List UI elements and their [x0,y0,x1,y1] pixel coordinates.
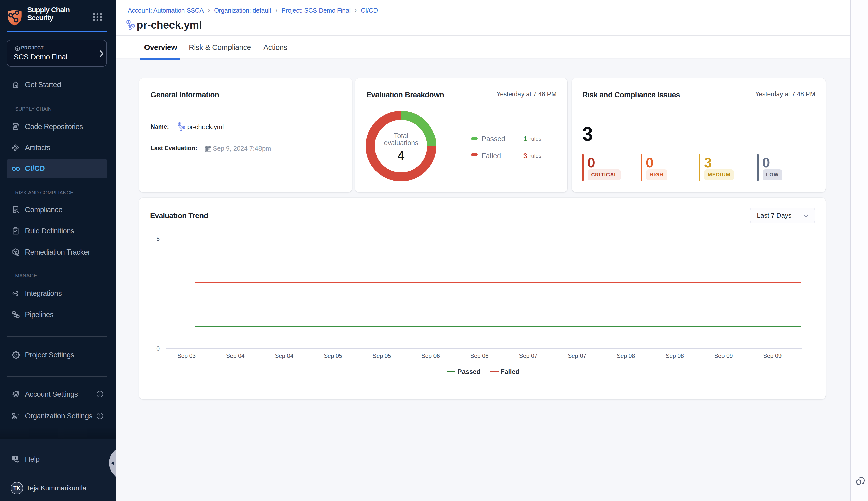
svg-text:Sep 08: Sep 08 [665,353,684,359]
svg-text:Sep 07: Sep 07 [568,353,586,359]
svg-text:Passed: Passed [457,368,480,375]
svg-text:Sep 06: Sep 06 [421,353,440,359]
svg-text:Sep 03: Sep 03 [177,353,196,359]
svg-text:Failed: Failed [500,368,519,375]
svg-text:0: 0 [156,345,159,352]
svg-text:Sep 04: Sep 04 [226,353,244,359]
svg-text:5: 5 [156,236,159,242]
svg-text:Sep 09: Sep 09 [763,353,781,359]
svg-text:Sep 04: Sep 04 [275,353,293,359]
svg-text:Sep 09: Sep 09 [714,353,733,359]
svg-text:Sep 07: Sep 07 [519,353,537,359]
svg-text:Sep 08: Sep 08 [617,353,635,359]
svg-text:Sep 05: Sep 05 [324,353,342,359]
svg-text:Sep 06: Sep 06 [470,353,489,359]
svg-text:Sep 05: Sep 05 [373,353,391,359]
